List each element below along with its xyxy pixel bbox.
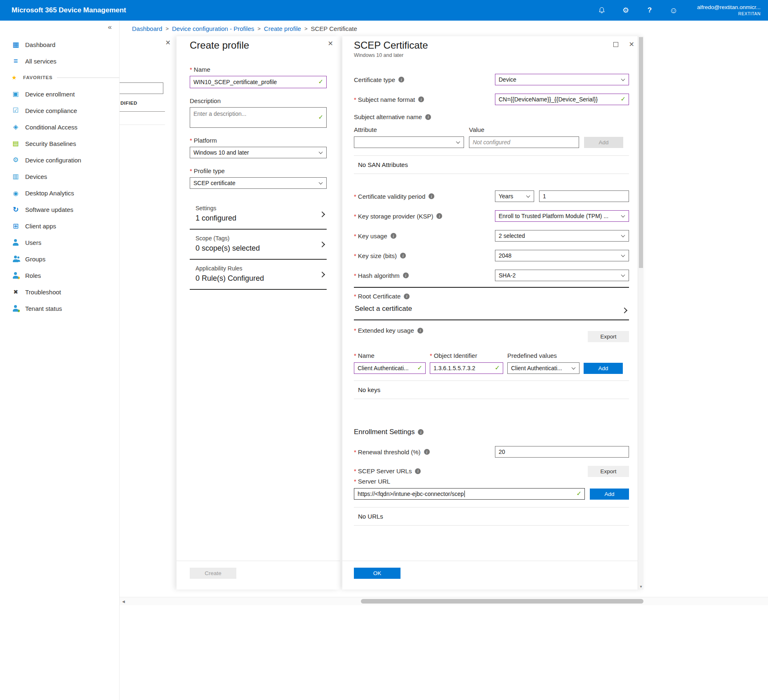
collapse-sidebar-icon[interactable]: « [108, 23, 112, 31]
san-attribute-select[interactable] [354, 136, 464, 148]
info-icon[interactable] [424, 449, 430, 455]
hash-algorithm-label: Hash algorithm [358, 272, 400, 279]
horizontal-scrollbar-thumb[interactable] [361, 599, 643, 604]
sidebar-item-users[interactable]: Users [0, 234, 119, 251]
validity-value-input[interactable]: 1 [539, 190, 629, 202]
sidebar-item-software-updates[interactable]: Software updates [0, 201, 119, 218]
description-placeholder: Enter a description... [193, 110, 246, 117]
chevron-down-icon [621, 214, 625, 218]
required-asterisk [354, 327, 358, 334]
eku-oid-input[interactable]: 1.3.6.1.5.5.7.3.2 [430, 362, 503, 374]
certificate-type-select[interactable]: Device [495, 74, 629, 85]
breadcrumb-profiles[interactable]: Device configuration - Profiles [172, 25, 254, 32]
filter-input-partial[interactable] [120, 82, 163, 94]
eku-name-input[interactable]: Client Authenticati... [354, 362, 426, 374]
settings-section-row[interactable]: Settings 1 configured [190, 200, 327, 230]
key-size-select[interactable]: 2048 [495, 250, 629, 261]
scroll-left-arrow-icon[interactable]: ◄ [121, 599, 126, 604]
name-label: Name [194, 66, 210, 73]
eku-oid-header: Object Identifier [434, 352, 477, 359]
divider [120, 124, 165, 125]
roles-icon [12, 271, 20, 280]
root-certificate-picker[interactable]: Select a certificate [354, 301, 629, 319]
help-icon[interactable]: ? [645, 6, 654, 15]
sidebar-item-desktop-analytics[interactable]: Desktop Analytics [0, 185, 119, 201]
settings-gear-icon[interactable]: ⚙ [621, 6, 630, 15]
hash-algorithm-select[interactable]: SHA-2 [495, 270, 629, 281]
sidebar-item-label: Security Baselines [25, 140, 76, 147]
vertical-scrollbar-thumb[interactable] [639, 37, 643, 268]
maximize-icon[interactable] [613, 42, 618, 47]
sidebar-item-devices[interactable]: Devices [0, 168, 119, 185]
info-icon[interactable] [391, 233, 396, 239]
sidebar-item-security-baselines[interactable]: Security Baselines [0, 135, 119, 152]
eku-export-button[interactable]: Export [588, 331, 629, 342]
notification-bell-icon[interactable] [597, 6, 606, 15]
sidebar-item-roles[interactable]: Roles [0, 267, 119, 284]
applicability-rules-section-row[interactable]: Applicability Rules 0 Rule(s) Configured [190, 260, 327, 290]
extended-key-usage-label: Extended key usage [358, 327, 414, 334]
info-icon[interactable] [429, 193, 434, 199]
ok-button[interactable]: OK [354, 568, 400, 579]
tenant-status-icon [12, 304, 20, 312]
close-icon[interactable]: ✕ [629, 41, 634, 48]
scroll-down-arrow-icon[interactable]: ▾ [638, 584, 644, 589]
description-input[interactable]: Enter a description... [190, 107, 327, 128]
info-icon[interactable] [415, 468, 421, 474]
feedback-smiley-icon[interactable]: ☺ [669, 6, 678, 15]
sidebar-item-troubleshoot[interactable]: Troubleshoot [0, 284, 119, 300]
validity-unit-select[interactable]: Years [495, 190, 534, 202]
groups-icon [12, 255, 20, 263]
required-asterisk [190, 167, 194, 174]
info-icon[interactable] [404, 294, 410, 299]
scep-server-urls-label: SCEP Server URLs [358, 467, 412, 474]
create-button[interactable]: Create [190, 568, 236, 579]
sidebar-item-conditional-access[interactable]: Conditional Access [0, 119, 119, 135]
required-asterisk [354, 213, 358, 220]
close-icon[interactable]: ✕ [328, 40, 333, 47]
user-email: alfredo@rextitan.onmicr... [697, 4, 761, 11]
sidebar-item-device-compliance[interactable]: Device compliance [0, 102, 119, 119]
scope-tags-section-row[interactable]: Scope (Tags) 0 scope(s) selected [190, 230, 327, 260]
info-icon[interactable] [436, 213, 442, 219]
info-icon[interactable] [417, 328, 423, 334]
vertical-scrollbar[interactable]: ▾ [638, 36, 643, 590]
profile-type-select[interactable]: SCEP certificate [190, 177, 327, 189]
eku-predefined-select[interactable]: Client Authenticati... [507, 362, 580, 374]
info-icon[interactable] [418, 96, 424, 102]
sidebar-item-tenant-status[interactable]: Tenant status [0, 300, 119, 317]
breadcrumb-create-profile[interactable]: Create profile [264, 25, 301, 32]
account-menu[interactable]: alfredo@rextitan.onmicr... REXTITAN [697, 4, 761, 16]
profile-name-input[interactable]: WIN10_SCEP_certificate_profile [190, 76, 327, 88]
sidebar-item-device-configuration[interactable]: Device configuration [0, 152, 119, 168]
info-icon[interactable] [418, 429, 424, 435]
sidebar-item-client-apps[interactable]: Client apps [0, 218, 119, 234]
sidebar-item-device-enrollment[interactable]: Device enrollment [0, 86, 119, 102]
sidebar-item-label: Device compliance [25, 107, 77, 114]
subject-name-format-input[interactable]: CN={{DeviceName}}_{{Device_Serial}} [495, 94, 629, 105]
platform-select[interactable]: Windows 10 and later [190, 147, 327, 158]
san-add-button[interactable]: Add [584, 137, 623, 148]
sidebar-item-dashboard[interactable]: Dashboard [0, 36, 119, 53]
key-usage-select[interactable]: 2 selected [495, 230, 629, 242]
sidebar-item-all-services[interactable]: All services [0, 53, 119, 69]
eku-add-button[interactable]: Add [584, 363, 623, 374]
info-icon[interactable] [403, 272, 409, 278]
modified-column-header-partial: DIFIED [120, 101, 137, 106]
horizontal-scrollbar[interactable]: ◄ [120, 597, 768, 605]
sidebar-item-groups[interactable]: Groups [0, 251, 119, 267]
key-usage-label: Key usage [358, 233, 387, 240]
close-icon[interactable]: ✕ [165, 40, 171, 46]
san-value-input[interactable]: Not configured [469, 136, 579, 148]
info-icon[interactable] [400, 253, 406, 258]
key-size-label: Key size (bits) [358, 252, 397, 259]
renewal-threshold-input[interactable]: 20 [495, 446, 629, 458]
server-url-add-button[interactable]: Add [590, 489, 629, 500]
urls-export-button[interactable]: Export [588, 466, 629, 477]
info-icon[interactable] [398, 77, 404, 82]
ksp-select[interactable]: Enroll to Trusted Platform Module (TPM) … [495, 210, 629, 222]
server-url-input[interactable]: https://<fqdn>/intune-ejbc-connector/sce… [354, 488, 585, 500]
subject-name-format-value: CN={{DeviceName}}_{{Device_Serial}} [499, 96, 598, 103]
breadcrumb-dashboard[interactable]: Dashboard [132, 25, 162, 32]
info-icon[interactable] [425, 114, 431, 120]
